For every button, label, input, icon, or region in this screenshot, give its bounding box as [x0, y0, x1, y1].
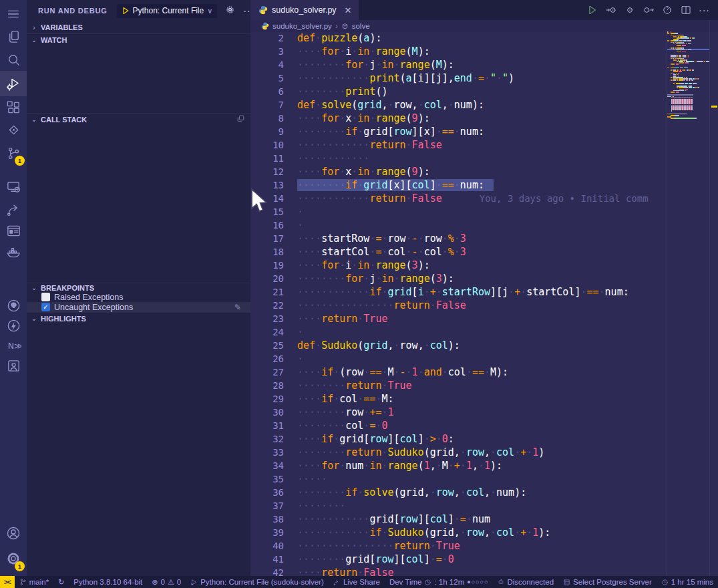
line-number[interactable]: 42: [250, 566, 284, 576]
code-line[interactable]: 15·: [250, 205, 667, 218]
diamond-extension-icon[interactable]: [0, 118, 27, 141]
debug-config-item[interactable]: Python: Current File (sudoku-solver): [186, 576, 329, 588]
line-number[interactable]: 6: [250, 85, 284, 98]
run-to-line-icon[interactable]: [605, 4, 617, 16]
code-line[interactable]: 9········if·grid[row][x]·==·num:: [250, 125, 667, 138]
code-line[interactable]: 26·: [250, 352, 667, 365]
code-line[interactable]: 5············print(a[i][j],end·=·"·"): [250, 71, 667, 85]
line-number[interactable]: 4: [250, 58, 284, 71]
breakpoint-row-raised-exceptions[interactable]: Raised Exceptions: [27, 292, 250, 302]
launch-config-dropdown[interactable]: Python: Current File ∨: [117, 4, 218, 18]
code-line[interactable]: 7def·solve(grid,·row,·col,·num):: [250, 98, 667, 112]
line-number[interactable]: 40: [250, 539, 284, 553]
code-lines[interactable]: 2def·puzzle(a):3····for·i·in·range(M):4·…: [250, 31, 667, 576]
line-number[interactable]: 41: [250, 553, 284, 566]
line-number[interactable]: 18: [250, 245, 284, 259]
code-line[interactable]: 38············grid[row][col]·=·num: [250, 512, 667, 526]
section-variables[interactable]: › VARIABLES: [27, 21, 250, 33]
line-number[interactable]: 22: [250, 299, 284, 312]
live-share-item[interactable]: Live Share: [329, 576, 385, 588]
line-number[interactable]: 28: [250, 379, 284, 392]
code-line[interactable]: 30········row·+=·1: [250, 406, 667, 419]
breadcrumb-symbol[interactable]: solve: [352, 22, 370, 30]
line-number[interactable]: 8: [250, 112, 284, 125]
docker-icon[interactable]: [0, 241, 27, 263]
line-number[interactable]: 25: [250, 339, 284, 352]
edit-pencil-icon[interactable]: ✎: [234, 303, 241, 312]
person-box-extension-icon[interactable]: [0, 354, 27, 377]
breakpoint-checkbox-raised[interactable]: [41, 293, 50, 301]
line-number[interactable]: 10: [250, 138, 284, 152]
code-line[interactable]: 22················return·False: [250, 299, 667, 312]
line-number[interactable]: 30: [250, 406, 284, 419]
line-number[interactable]: 23: [250, 312, 284, 325]
code-line[interactable]: 23····return·True: [250, 312, 667, 325]
account-icon[interactable]: [0, 522, 27, 545]
line-number[interactable]: 36: [250, 486, 284, 499]
remote-explorer-icon[interactable]: [0, 175, 27, 198]
line-number[interactable]: 31: [250, 419, 284, 432]
overview-ruler[interactable]: [709, 20, 718, 576]
thunder-client-icon[interactable]: [0, 314, 27, 337]
sync-item[interactable]: ↻: [53, 576, 69, 588]
code-line[interactable]: 17····startRow·=·row·-·row·%·3: [250, 232, 667, 245]
disconnected-item[interactable]: Disconnected: [493, 576, 558, 588]
code-line[interactable]: 2def·puzzle(a):: [250, 31, 667, 45]
line-number[interactable]: 37: [250, 499, 284, 512]
code-line[interactable]: 18····startCol·=·col·-·col·%·3: [250, 245, 667, 259]
more-actions-icon[interactable]: ···: [699, 5, 710, 15]
line-number[interactable]: 34: [250, 459, 284, 472]
line-number[interactable]: 16: [250, 218, 284, 232]
line-number[interactable]: 3: [250, 45, 284, 58]
code-line[interactable]: 3····for·i·in·range(M):: [250, 45, 667, 58]
line-number[interactable]: 9: [250, 125, 284, 138]
line-number[interactable]: 11: [250, 152, 284, 165]
line-number[interactable]: 20: [250, 272, 284, 285]
line-number[interactable]: 5: [250, 71, 284, 85]
line-number[interactable]: 17: [250, 232, 284, 245]
split-editor-icon[interactable]: [680, 4, 692, 16]
section-call-stack[interactable]: ⌄ CALL STACK: [27, 113, 250, 125]
code-line[interactable]: 8····for·x·in·range(9):: [250, 112, 667, 125]
line-number[interactable]: 15: [250, 205, 284, 218]
record-circle-icon[interactable]: [624, 4, 636, 16]
search-icon[interactable]: [0, 48, 27, 71]
code-line[interactable]: 27····if·(row·==·M·-·1·and·col·==·M):: [250, 365, 667, 379]
notebook-window-icon[interactable]: [0, 219, 27, 242]
code-line[interactable]: 40················return·True: [250, 539, 667, 553]
git-branch-item[interactable]: main*: [15, 576, 53, 588]
line-number[interactable]: 24: [250, 325, 284, 339]
code-line[interactable]: 37········: [250, 499, 667, 512]
line-number[interactable]: 12: [250, 165, 284, 178]
code-line[interactable]: 6········print(): [250, 85, 667, 98]
line-number[interactable]: 39: [250, 526, 284, 539]
share-arrow-icon[interactable]: [0, 198, 27, 220]
line-number[interactable]: 35: [250, 472, 284, 486]
line-number[interactable]: 38: [250, 512, 284, 526]
line-number[interactable]: 2: [250, 31, 284, 45]
run-and-debug-icon[interactable]: [0, 71, 27, 96]
code-line[interactable]: 10············return·False: [250, 138, 667, 152]
code-line[interactable]: 16·: [250, 218, 667, 232]
nx-console-icon[interactable]: N≫: [0, 334, 27, 357]
github-icon[interactable]: [0, 294, 27, 317]
code-line[interactable]: 4········for·j·in·range(M):: [250, 58, 667, 71]
line-number[interactable]: 26: [250, 352, 284, 365]
python-version-item[interactable]: Python 3.8.10 64-bit: [69, 576, 147, 588]
code-line[interactable]: 13········if·grid[x][col]·==·num:: [250, 178, 667, 192]
code-line[interactable]: 19····for·i·in·range(3):: [250, 259, 667, 272]
remote-indicator[interactable]: ><: [0, 576, 15, 588]
code-line[interactable]: 21············if·grid[i·+·startRow][j·+·…: [250, 285, 667, 299]
code-line[interactable]: 20········for·j·in·range(3):: [250, 272, 667, 285]
tab-close-icon[interactable]: ✕: [345, 5, 352, 15]
code-line[interactable]: 25def·Suduko(grid,·row,·col):: [250, 339, 667, 352]
minimap[interactable]: [667, 31, 709, 576]
code-line[interactable]: 42····return·False: [250, 566, 667, 576]
menu-icon[interactable]: [0, 3, 27, 25]
session-time-item[interactable]: 1 hr 15 mins: [657, 576, 718, 588]
debug-settings-gear-icon[interactable]: [225, 5, 235, 17]
postgres-item[interactable]: Select Postgres Server: [558, 576, 657, 588]
code-line[interactable]: 29····if·col·==·M:: [250, 392, 667, 406]
code-line[interactable]: 33········return·Suduko(grid,·row,·col·+…: [250, 446, 667, 459]
line-number[interactable]: 29: [250, 392, 284, 406]
